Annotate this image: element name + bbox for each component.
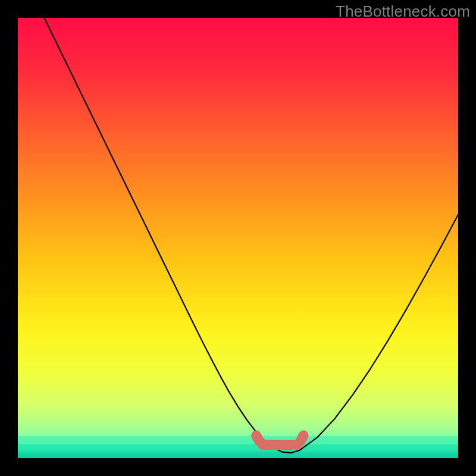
gradient-background — [18, 18, 458, 458]
valley-marker-bar — [258, 440, 302, 450]
bottom-band-1 — [18, 444, 458, 451]
bottom-band-0 — [18, 451, 458, 458]
plot-area — [18, 18, 458, 458]
chart-frame: TheBottleneck.com — [0, 0, 476, 476]
watermark-text: TheBottleneck.com — [336, 2, 470, 21]
chart-svg — [18, 18, 458, 458]
bottom-band-2 — [18, 436, 458, 444]
